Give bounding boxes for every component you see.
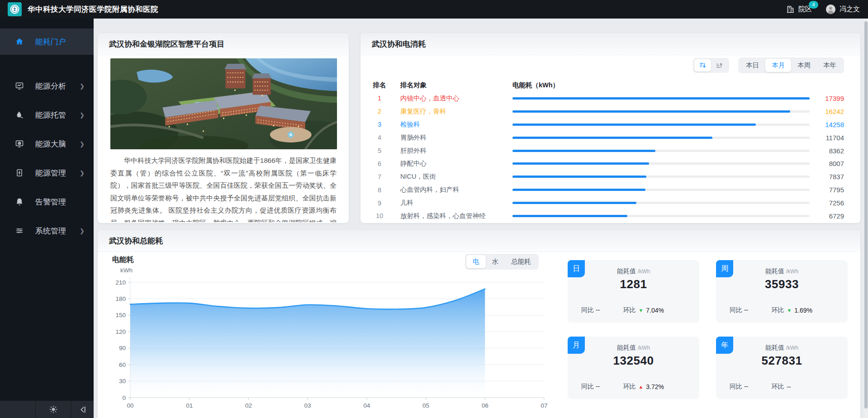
rank-bar-fill xyxy=(512,215,627,217)
rank-number: 3 xyxy=(372,121,387,128)
ranking-row: 10放射科，感染科，心血管神经6729 xyxy=(372,209,844,223)
rank-bar xyxy=(512,176,810,178)
svg-text:90: 90 xyxy=(119,345,126,352)
rank-bar xyxy=(512,110,810,113)
sidebar-item-label: 系统管理 xyxy=(35,226,66,236)
energy-panel-title: 武汉协和总能耗 xyxy=(109,236,163,246)
time-tab-3[interactable]: 本年 xyxy=(817,59,843,72)
svg-text:0: 0 xyxy=(122,394,126,401)
triangle-down-icon: ▼ xyxy=(787,308,792,313)
time-tab-2[interactable]: 本周 xyxy=(791,59,817,72)
rank-target-name: 静配中心 xyxy=(400,159,512,168)
sidebar-item-label: 能耗门户 xyxy=(35,37,66,47)
rank-bar-track xyxy=(512,215,810,217)
sort-descending-button[interactable] xyxy=(694,59,711,71)
page-scrollbar-track xyxy=(864,19,868,418)
rank-bar-track xyxy=(512,189,810,191)
rank-number: 8 xyxy=(372,186,387,194)
rank-bar-track xyxy=(512,202,810,204)
svg-text:02: 02 xyxy=(245,402,252,409)
svg-text:30: 30 xyxy=(119,378,126,385)
mom-cell: 环比▼1.69% xyxy=(771,306,834,314)
rank-number: 9 xyxy=(372,200,387,207)
user-name: 冯之文 xyxy=(840,5,860,14)
energy-area-chart[interactable]: 03060901201501802100001020304050607kWh xyxy=(109,263,556,418)
mom-value: 3.72% xyxy=(646,383,664,390)
sort-ascending-button[interactable] xyxy=(711,59,728,71)
ranking-row: 3检验科14258 xyxy=(372,118,844,131)
column-energy: 电能耗（kWh） xyxy=(512,81,810,90)
energy-value-label: 能耗值 xyxy=(617,344,638,351)
bell-icon xyxy=(15,197,26,206)
mom-cell: 环比▼7.04% xyxy=(623,306,686,314)
energy-value-label: 能耗值 xyxy=(765,344,786,351)
chevron-right-icon: ❯ xyxy=(80,170,85,176)
sidebar-item-energy-management[interactable]: 能源管理❯ xyxy=(0,158,94,187)
yoy-label: 同比 xyxy=(581,383,596,390)
page-scrollbar-thumb[interactable] xyxy=(864,21,868,408)
svg-text:180: 180 xyxy=(115,295,126,302)
project-panel-header: 武汉协和金银湖院区智慧平台项目 xyxy=(98,33,349,55)
battery-doc-icon xyxy=(15,168,26,177)
header-actions: 院区 4 冯之文 xyxy=(786,4,868,14)
sidebar-item-alarm-management[interactable]: 告警管理 xyxy=(0,187,94,216)
sidebar-item-system-management[interactable]: 系统管理❯ xyxy=(0,216,94,245)
ranking-row: 5肝胆外科8362 xyxy=(372,144,844,157)
time-tab-0[interactable]: 本日 xyxy=(740,59,765,72)
column-target: 排名对象 xyxy=(400,81,512,90)
rank-bar xyxy=(512,150,810,152)
stat-cards-grid: 日能耗值 /kWh1281同比 --环比▼7.04%周能耗值 /kWh35933… xyxy=(568,260,848,399)
sidebar-item-portal[interactable]: 能耗门户 xyxy=(0,28,94,55)
ranking-row: 1内镜中心，血透中心17399 xyxy=(372,92,844,105)
mom-value: -- xyxy=(787,383,791,390)
rank-number: 10 xyxy=(372,212,387,219)
rank-target-name: 肝胆外科 xyxy=(400,147,512,155)
ranking-row: 7NICU，医街7837 xyxy=(372,170,844,183)
stat-card-label: 能耗值 /kWh xyxy=(716,344,848,352)
mom-label: 环比 xyxy=(623,306,636,314)
stat-card-footer: 同比 --环比▼1.69% xyxy=(730,306,834,314)
rank-target-name: 放射科，感染科，心血管神经 xyxy=(400,212,512,220)
ranking-row: 4胃肠外科11704 xyxy=(372,131,844,144)
hospital-logo-icon xyxy=(8,2,22,16)
user-menu[interactable]: 冯之文 xyxy=(825,4,860,14)
sidebar-item-energy-brain[interactable]: 能源大脑❯ xyxy=(0,129,94,158)
rank-value: 7837 xyxy=(816,173,844,180)
stat-card-label: 能耗值 /kWh xyxy=(568,344,699,352)
svg-text:06: 06 xyxy=(482,402,489,409)
rank-bar xyxy=(512,97,810,100)
rank-bar xyxy=(512,124,810,126)
sidebar-item-energy-hosting[interactable]: 能源托管❯ xyxy=(0,100,94,129)
time-tab-1[interactable]: 本月 xyxy=(765,59,791,72)
sidebar-collapse-button[interactable] xyxy=(71,401,94,418)
svg-text:07: 07 xyxy=(541,402,547,409)
energy-value: 527831 xyxy=(716,354,848,368)
rank-bar-fill xyxy=(512,137,712,139)
rank-value: 8362 xyxy=(816,147,844,155)
stat-card-label: 能耗值 /kWh xyxy=(568,267,699,276)
mom-cell: 环比▲3.72% xyxy=(623,383,686,391)
rank-bar-track xyxy=(512,97,810,100)
rank-bar-fill xyxy=(512,176,646,178)
stat-card-label: 能耗值 /kWh xyxy=(716,267,848,276)
rank-bar-fill xyxy=(512,97,810,100)
svg-text:01: 01 xyxy=(186,402,193,409)
campus-aerial-image xyxy=(110,58,337,149)
yoy-cell: 同比 -- xyxy=(730,306,771,314)
mom-value: 1.69% xyxy=(794,307,812,314)
campus-switcher[interactable]: 院区 4 xyxy=(786,5,812,14)
theme-toggle-button[interactable] xyxy=(35,401,71,418)
mom-cell: 环比-- xyxy=(771,383,834,391)
energy-value-label: 能耗值 xyxy=(765,267,786,275)
rank-value: 11704 xyxy=(816,134,844,142)
rank-value: 8007 xyxy=(816,160,844,167)
main-content: 武汉协和金银湖院区智慧平台项目 xyxy=(94,19,868,418)
rank-bar xyxy=(512,215,810,217)
rank-value: 7256 xyxy=(816,199,844,207)
rank-bar-fill xyxy=(512,124,756,126)
sidebar-item-label: 告警管理 xyxy=(35,197,66,207)
rank-bar-track xyxy=(512,137,810,139)
rank-target-name: 康复医疗，骨科 xyxy=(400,107,512,116)
sidebar-item-energy-analysis[interactable]: 能源分析❯ xyxy=(0,71,94,100)
energy-value-unit: /kWh xyxy=(786,268,798,275)
